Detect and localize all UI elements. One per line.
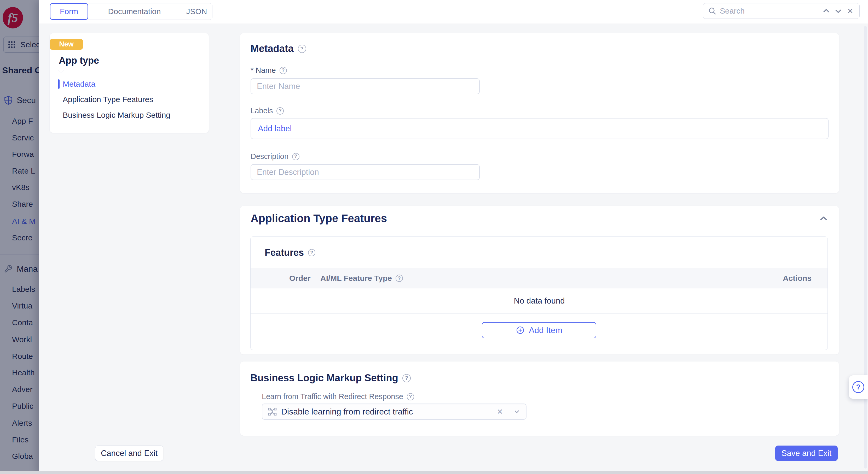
sidebar-item[interactable]: Workl — [0, 334, 39, 345]
sidebar-item[interactable]: App F — [0, 116, 39, 126]
sidebar-section-security[interactable]: Secu — [0, 95, 39, 105]
bottom-edge-strip — [0, 471, 868, 474]
sidebar-item-label: Forwa — [12, 150, 34, 159]
add-item-label: Add Item — [529, 326, 562, 335]
empty-table-message: No data found — [251, 289, 828, 313]
help-float-button[interactable]: ? — [849, 375, 868, 399]
help-icon[interactable]: ? — [308, 249, 315, 256]
help-icon[interactable]: ? — [402, 374, 411, 382]
name-label-row: * Name ? — [251, 66, 287, 75]
sidebar-item-label: Secre — [12, 233, 32, 242]
sidebar-item[interactable]: Public — [0, 401, 39, 411]
wizard-nav-card: New App type Metadata Application Type F… — [50, 33, 209, 133]
labels-box: Add label — [251, 118, 829, 139]
cancel-and-exit-button[interactable]: Cancel and Exit — [95, 445, 163, 461]
sidebar-item[interactable]: vK8s — [0, 182, 39, 193]
sidebar-item[interactable]: Files — [0, 435, 39, 445]
help-icon[interactable]: ? — [298, 45, 306, 53]
wizard-step-label: Business Logic Markup Setting — [63, 111, 170, 120]
metadata-title-row: Metadata ? — [251, 43, 306, 54]
sidebar-item[interactable]: Labels — [0, 284, 39, 295]
sidebar-item[interactable]: Share — [0, 199, 39, 209]
sidebar-item[interactable]: Alerts — [0, 418, 39, 428]
name-field[interactable] — [251, 78, 480, 94]
help-icon[interactable]: ? — [396, 275, 403, 282]
column-order: Order — [289, 268, 311, 289]
wizard-step-metadata[interactable]: Metadata — [50, 79, 209, 89]
sidebar-item[interactable]: Secre — [0, 233, 39, 243]
vertical-scrollbar[interactable] — [864, 26, 867, 469]
tab-documentation[interactable]: Documentation — [88, 3, 181, 20]
wizard-divider — [50, 70, 209, 70]
plus-circle-icon — [516, 326, 525, 335]
wizard-step-label: Application Type Features — [63, 95, 153, 104]
clear-selection-icon[interactable]: ✕ — [497, 407, 503, 416]
redirect-response-label: Learn from Traffic with Redirect Respons… — [262, 392, 403, 401]
features-panel: Features ? Order AI/ML Feature Type ? Ac… — [250, 236, 828, 350]
sidebar-item[interactable]: Virtua — [0, 301, 39, 311]
add-label-button[interactable]: Add label — [258, 124, 291, 133]
save-and-exit-button[interactable]: Save and Exit — [775, 445, 838, 461]
redirect-response-select[interactable]: Disable learning from redirect traffic ✕ — [262, 404, 527, 420]
sidebar-item[interactable]: Adver — [0, 384, 39, 395]
search-input[interactable] — [720, 6, 812, 15]
new-badge: New — [50, 39, 83, 50]
sidebar-item-active[interactable]: AI & M — [0, 216, 39, 227]
chevron-down-icon[interactable] — [513, 408, 521, 415]
sidebar-item[interactable]: Rate L — [0, 166, 39, 176]
redirect-response-label-row: Learn from Traffic with Redirect Respons… — [262, 392, 414, 401]
sidebar-item-label: Files — [12, 435, 29, 444]
tab-label: Form — [60, 7, 78, 16]
help-icon[interactable]: ? — [407, 393, 414, 400]
labels-label-row: Labels ? — [251, 106, 284, 115]
sidebar-item[interactable]: Forwa — [0, 149, 39, 160]
sidebar-item[interactable]: Route — [0, 351, 39, 362]
business-logic-title-row: Business Logic Markup Setting ? — [250, 372, 411, 384]
sidebar-item-label: Workl — [12, 335, 32, 344]
sidebar-item-label: App F — [12, 117, 33, 126]
workspace-title: Shared C — [2, 65, 39, 75]
sidebar-section-manage[interactable]: Mana — [0, 264, 39, 274]
help-icon[interactable]: ? — [292, 153, 300, 160]
help-icon[interactable]: ? — [276, 107, 284, 114]
wizard-step-application-type-features[interactable]: Application Type Features — [50, 94, 209, 105]
f5-logo: f5 — [3, 7, 23, 29]
f5-logo-text: f5 — [7, 11, 18, 25]
tab-json[interactable]: JSON — [181, 3, 212, 20]
app-sidebar: f5 Select Shared C Secu App F Servic For… — [0, 0, 39, 474]
metadata-section: Metadata ? * Name ? Labels ? Add label D… — [240, 33, 839, 193]
sidebar-item[interactable]: Servic — [0, 133, 39, 143]
sidebar-item[interactable]: Conta — [0, 317, 39, 328]
collapse-section-icon[interactable] — [820, 216, 828, 221]
grid-icon — [7, 40, 16, 49]
name-label: * Name — [251, 66, 276, 75]
sidebar-item[interactable]: Globa — [0, 451, 39, 462]
wizard-step-label: Metadata — [63, 79, 95, 89]
sidebar-item-label: Globa — [12, 452, 33, 461]
column-feature-type-label: AI/ML Feature Type — [320, 274, 392, 283]
tab-form[interactable]: Form — [50, 3, 88, 20]
features-table-header: Order AI/ML Feature Type ? Actions — [251, 268, 828, 289]
close-icon[interactable]: ✕ — [846, 6, 855, 15]
chevron-up-icon[interactable] — [822, 6, 831, 15]
description-field[interactable] — [251, 164, 480, 180]
sidebar-item-label: vK8s — [12, 183, 30, 192]
sidebar-section-label: Mana — [17, 264, 38, 274]
add-item-button[interactable]: Add Item — [482, 322, 596, 338]
sidebar-item[interactable]: Health — [0, 368, 39, 378]
sidebar-header-divider — [0, 31, 39, 31]
cancel-button-label: Cancel and Exit — [101, 449, 158, 458]
features-section-title: Application Type Features — [251, 212, 387, 225]
application-type-features-section: Application Type Features Features ? Ord… — [240, 206, 839, 354]
wizard-step-business-logic[interactable]: Business Logic Markup Setting — [50, 110, 209, 120]
metadata-title: Metadata — [251, 43, 294, 54]
help-icon[interactable]: ? — [280, 67, 287, 74]
chevron-down-icon[interactable] — [834, 6, 843, 15]
sidebar-item-label: Servic — [12, 133, 34, 142]
features-panel-title-row: Features ? — [265, 247, 315, 258]
app-type-modal: Form Documentation JSON ✕ New App type M… — [39, 0, 868, 474]
sidebar-item-label: Alerts — [12, 419, 32, 428]
select-workspace-button[interactable]: Select — [3, 37, 39, 53]
features-table-divider — [251, 313, 828, 314]
view-tabs: Form Documentation JSON — [50, 3, 212, 20]
